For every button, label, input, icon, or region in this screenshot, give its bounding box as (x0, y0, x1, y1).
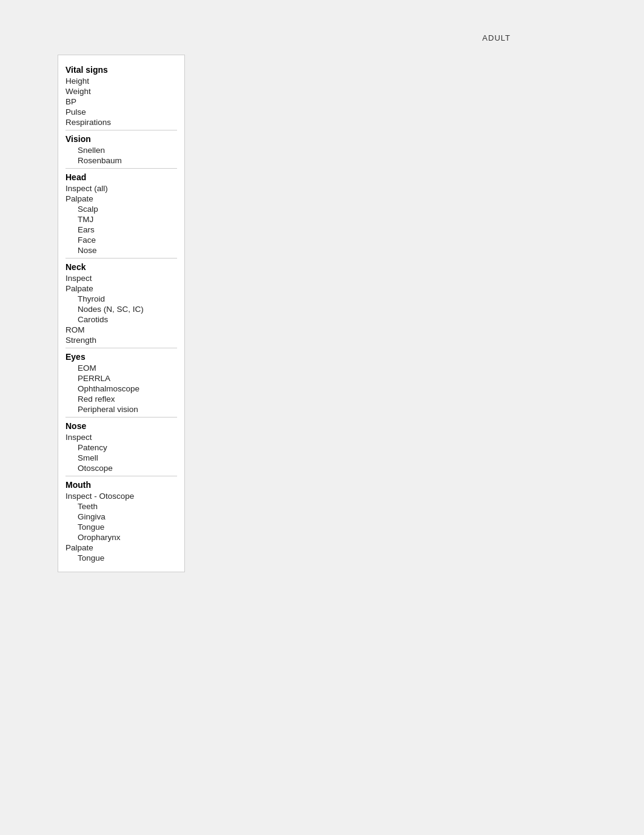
list-item[interactable]: Oropharynx (65, 532, 177, 543)
list-item[interactable]: Strength (65, 335, 177, 345)
divider (65, 476, 177, 476)
section-header-head: Head (65, 172, 177, 182)
list-item[interactable]: Tongue (65, 553, 177, 563)
list-item[interactable]: Snellen (65, 145, 177, 155)
list-item[interactable]: Height (65, 76, 177, 86)
divider (65, 348, 177, 348)
list-item[interactable]: Red reflex (65, 394, 177, 404)
list-item[interactable]: Carotids (65, 314, 177, 325)
list-item[interactable]: Ears (65, 225, 177, 235)
sidebar: Vital signsHeightWeightBPPulseRespiratio… (58, 55, 185, 572)
list-item[interactable]: Inspect (65, 273, 177, 283)
list-item[interactable]: Thyroid (65, 294, 177, 304)
section-header-mouth: Mouth (65, 480, 177, 490)
list-item[interactable]: Palpate (65, 283, 177, 294)
list-item[interactable]: PERRLA (65, 373, 177, 384)
section-header-eyes: Eyes (65, 352, 177, 362)
divider (65, 130, 177, 130)
list-item[interactable]: BP (65, 96, 177, 107)
list-item[interactable]: Inspect - Otoscope (65, 491, 177, 501)
list-item[interactable]: Patency (65, 442, 177, 453)
list-item[interactable]: Nodes (N, SC, IC) (65, 304, 177, 314)
section-header-neck: Neck (65, 262, 177, 272)
list-item[interactable]: Inspect (all) (65, 183, 177, 194)
list-item[interactable]: Otoscope (65, 463, 177, 473)
list-item[interactable]: Weight (65, 86, 177, 96)
list-item[interactable]: Pulse (65, 107, 177, 117)
list-item[interactable]: Teeth (65, 501, 177, 512)
list-item[interactable]: ROM (65, 325, 177, 335)
divider (65, 258, 177, 259)
section-header-vital-signs: Vital signs (65, 65, 177, 75)
list-item[interactable]: Peripheral vision (65, 404, 177, 414)
list-item[interactable]: Palpate (65, 543, 177, 553)
list-item[interactable]: TMJ (65, 214, 177, 225)
adult-label: ADULT (482, 33, 511, 42)
section-header-vision: Vision (65, 134, 177, 144)
list-item[interactable]: Palpate (65, 194, 177, 204)
divider (65, 417, 177, 418)
list-item[interactable]: Face (65, 235, 177, 245)
list-item[interactable]: Ophthalmoscope (65, 384, 177, 394)
list-item[interactable]: Gingiva (65, 512, 177, 522)
list-item[interactable]: Smell (65, 453, 177, 463)
section-header-nose: Nose (65, 421, 177, 431)
list-item[interactable]: Inspect (65, 432, 177, 442)
divider (65, 168, 177, 169)
list-item[interactable]: Scalp (65, 204, 177, 214)
list-item[interactable]: Rosenbaum (65, 155, 177, 166)
list-item[interactable]: Tongue (65, 522, 177, 532)
list-item[interactable]: EOM (65, 363, 177, 373)
list-item[interactable]: Nose (65, 245, 177, 255)
list-item[interactable]: Respirations (65, 117, 177, 127)
